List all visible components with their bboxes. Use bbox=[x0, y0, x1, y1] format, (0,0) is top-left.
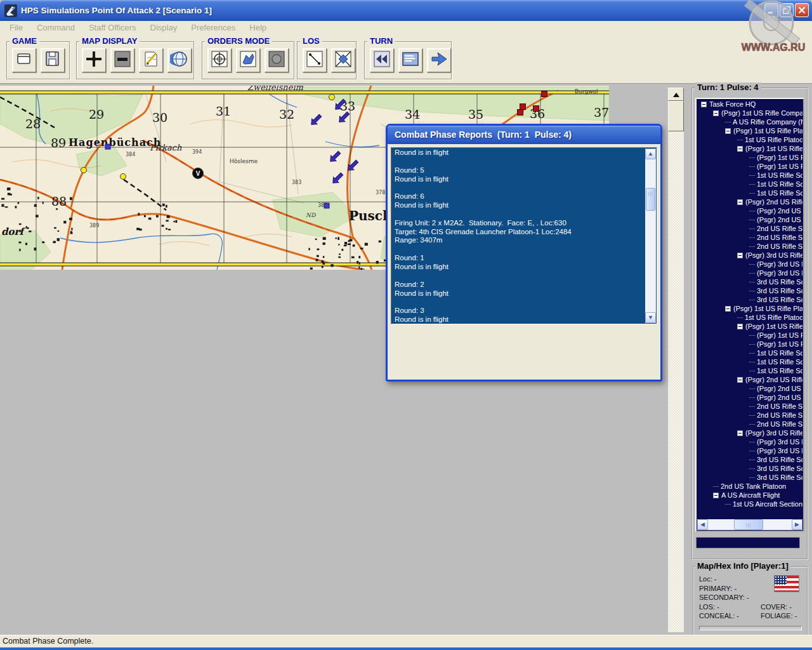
tree-item[interactable]: (Psgr) 2nd US bbox=[697, 215, 802, 224]
scroll-right-button[interactable]: ▶ bbox=[792, 519, 802, 530]
tree-collapse-icon[interactable] bbox=[737, 199, 743, 205]
enemy-unit-marker[interactable] bbox=[518, 110, 523, 116]
menu-item-preferences[interactable]: Preferences bbox=[184, 21, 242, 35]
tree-item[interactable]: (Psgr) 1st US R bbox=[697, 340, 802, 348]
tree-item[interactable]: (Psgr) 3rd US R bbox=[697, 446, 802, 455]
move-orders-button[interactable] bbox=[236, 48, 260, 72]
restore-button[interactable] bbox=[780, 3, 794, 17]
objective-dot-marker[interactable] bbox=[121, 174, 126, 180]
tree-collapse-icon[interactable] bbox=[737, 430, 743, 436]
tree-item[interactable]: 1st US Rifle Sq bbox=[697, 189, 802, 197]
contact-marker[interactable]: V bbox=[193, 168, 204, 179]
tree-item[interactable]: 2nd US Rifle S bbox=[697, 402, 802, 411]
tree-item[interactable]: 2nd US Rifle S bbox=[697, 411, 802, 420]
tree-item[interactable]: 1st US Rifle Sq bbox=[697, 366, 802, 375]
tree-item[interactable]: (Psgr) 2nd US Rifle bbox=[697, 197, 802, 206]
tree-item[interactable]: Task Force HQ bbox=[697, 100, 802, 109]
los-area-button[interactable] bbox=[331, 48, 355, 72]
zoom-out-button[interactable] bbox=[110, 48, 134, 72]
reports-button[interactable] bbox=[398, 48, 422, 72]
enemy-unit-marker[interactable] bbox=[534, 106, 539, 112]
minimize-button[interactable] bbox=[764, 3, 778, 17]
objective-dot-marker[interactable] bbox=[329, 95, 335, 100]
tree-item[interactable]: 3rd US Rifle Sq bbox=[697, 455, 802, 464]
objective-dot-marker[interactable] bbox=[81, 168, 87, 173]
tree-item[interactable]: (Psgr) 2nd US bbox=[697, 393, 802, 402]
tree-horizontal-scrollbar[interactable]: ◀ ▶ bbox=[697, 519, 802, 530]
tree-item[interactable]: 1st US Rifle Platoon bbox=[697, 313, 802, 322]
menu-item-help[interactable]: Help bbox=[242, 21, 273, 35]
tree-collapse-icon[interactable] bbox=[737, 324, 743, 329]
tree-item[interactable]: (Psgr) 1st US Rifle S bbox=[697, 144, 802, 153]
area-orders-button[interactable] bbox=[265, 48, 289, 72]
tree-item[interactable]: 2nd US Rifle S bbox=[697, 420, 802, 428]
tree-collapse-icon[interactable] bbox=[725, 128, 731, 134]
menu-item-file[interactable]: File bbox=[3, 21, 30, 35]
tree-collapse-icon[interactable] bbox=[737, 377, 743, 383]
dialog-scroll-down-button[interactable]: ▼ bbox=[645, 312, 656, 323]
tree-item[interactable]: 3rd US Rifle Sq bbox=[697, 473, 802, 482]
tree-collapse-icon[interactable] bbox=[725, 306, 731, 312]
enemy-unit-marker[interactable] bbox=[542, 91, 547, 97]
menu-item-command[interactable]: Command bbox=[30, 21, 82, 35]
tree-scroll-thumb[interactable] bbox=[734, 519, 763, 530]
tree-item[interactable]: (Psgr) 3rd US R bbox=[697, 260, 802, 269]
combat-report-listbox[interactable]: Round is in flight Round: 5 Round is in … bbox=[391, 147, 657, 324]
tree-item[interactable]: (Psgr) 2nd US bbox=[697, 384, 802, 393]
tree-item[interactable]: A US Rifle Company (M bbox=[697, 117, 802, 126]
map-vertical-scrollbar[interactable] bbox=[668, 88, 684, 632]
los-line-button[interactable] bbox=[303, 48, 327, 72]
tree-item[interactable]: 1st US Rifle Sq bbox=[697, 348, 802, 357]
tree-item[interactable]: 1st US Rifle Sq bbox=[697, 180, 802, 189]
tree-item[interactable]: 1st US Rifle Platoon bbox=[697, 135, 802, 144]
tree-item[interactable]: (Psgr) 1st US Rifle Plato bbox=[697, 126, 802, 135]
scroll-up-button[interactable] bbox=[668, 88, 684, 101]
tree-item[interactable]: 3rd US Rifle Sq bbox=[697, 277, 802, 286]
next-phase-button[interactable] bbox=[427, 48, 451, 72]
tree-item[interactable]: (Psgr) 3rd US R bbox=[697, 437, 802, 446]
scroll-thumb[interactable] bbox=[668, 101, 684, 131]
dialog-scroll-thumb[interactable] bbox=[646, 188, 655, 211]
dialog-scroll-up-button[interactable]: ▲ bbox=[645, 149, 656, 159]
combat-phase-reports-dialog[interactable]: Combat Phase Reports (Turn: 1 Pulse: 4) … bbox=[386, 124, 662, 381]
enemy-unit-marker[interactable] bbox=[520, 104, 526, 110]
tree-item[interactable]: (Psgr) 1st US R bbox=[697, 162, 802, 171]
menu-item-staff-officers[interactable]: Staff Officers bbox=[82, 21, 143, 35]
tree-item[interactable]: 3rd US Rifle Sq bbox=[697, 286, 802, 295]
tree-item[interactable]: 1st US Aircraft Section bbox=[697, 500, 802, 508]
tree-collapse-icon[interactable] bbox=[737, 253, 743, 258]
tree-item[interactable]: (Psgr) 3rd US Rifle bbox=[697, 251, 802, 260]
edit-map-button[interactable] bbox=[139, 48, 163, 72]
dialog-title-bar[interactable]: Combat Phase Reports (Turn: 1 Pulse: 4) bbox=[388, 126, 660, 144]
unit-tree[interactable]: Task Force HQ(Psgr) 1st US Rifle Company… bbox=[697, 100, 802, 519]
tree-item[interactable]: 2nd US Rifle S bbox=[697, 224, 802, 233]
tree-item[interactable]: 1st US Rifle Sq bbox=[697, 357, 802, 366]
tree-item[interactable]: 2nd US Rifle S bbox=[697, 233, 802, 242]
tree-item[interactable]: (Psgr) 1st US Rifle Plato bbox=[697, 304, 802, 313]
dialog-scrollbar[interactable]: ▲ ▼ bbox=[645, 149, 656, 323]
tree-collapse-icon[interactable] bbox=[701, 102, 707, 107]
tree-item[interactable]: 2nd US Rifle S bbox=[697, 242, 802, 251]
tree-item[interactable]: (Psgr) 3rd US R bbox=[697, 269, 802, 277]
title-bar[interactable]: HPS Simulations Point Of Attack 2 [Scena… bbox=[0, 0, 812, 21]
tree-item[interactable]: (Psgr) 1st US R bbox=[697, 153, 802, 162]
friendly-unit-square-marker[interactable] bbox=[324, 203, 329, 208]
scroll-left-button[interactable]: ◀ bbox=[697, 519, 708, 530]
world-view-button[interactable] bbox=[167, 48, 192, 72]
tree-item[interactable]: (Psgr) 1st US Rifle Company bbox=[697, 109, 802, 117]
tree-collapse-icon[interactable] bbox=[713, 493, 719, 498]
tree-item[interactable]: 2nd US Tank Platoon bbox=[697, 482, 802, 491]
tree-item[interactable]: (Psgr) 1st US R bbox=[697, 331, 802, 340]
friendly-unit-square-marker[interactable] bbox=[105, 144, 110, 149]
menu-item-display[interactable]: Display bbox=[143, 21, 185, 35]
zoom-in-button[interactable] bbox=[82, 48, 106, 72]
target-orders-button[interactable] bbox=[207, 48, 232, 72]
tree-collapse-icon[interactable] bbox=[737, 146, 743, 152]
tree-item[interactable]: 3rd US Rifle Sq bbox=[697, 464, 802, 473]
tree-item[interactable]: 1st US Rifle Sq bbox=[697, 171, 802, 180]
tree-item[interactable]: (Psgr) 2nd US Rifle bbox=[697, 375, 802, 384]
tree-item[interactable]: (Psgr) 3rd US Rifle bbox=[697, 428, 802, 437]
previous-phase-button[interactable] bbox=[370, 48, 394, 72]
close-button[interactable] bbox=[795, 3, 809, 17]
tree-collapse-icon[interactable] bbox=[713, 110, 719, 116]
